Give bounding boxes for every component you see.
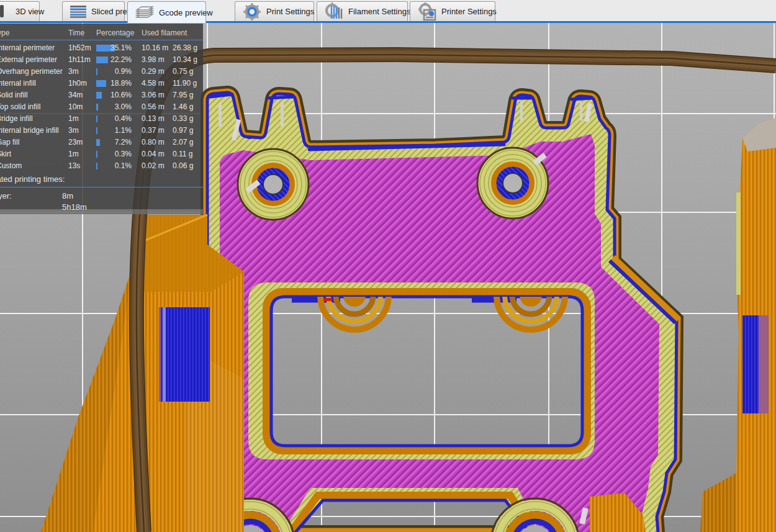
tab-3d-view[interactable]: 3D view (0, 1, 40, 21)
feature-percentage: 10.6% (107, 91, 132, 99)
legend-header-time: Time (68, 29, 84, 37)
filament-length: 4.58 m (142, 79, 165, 88)
feature-time: 3m (68, 126, 79, 135)
filament-weight: 0.75 g (173, 67, 193, 76)
tab-gcode-preview[interactable]: Gcode preview (127, 1, 206, 23)
filament-weight: 0.97 g (173, 126, 193, 135)
feature-percentage: 0.9% (107, 67, 132, 76)
filament-length: 3.98 m (142, 55, 165, 64)
total-time-value: 5h18m (62, 202, 87, 212)
percentage-bar (96, 163, 97, 169)
tab-sliced-preview[interactable]: Sliced preview (62, 1, 125, 21)
percentage-bar (96, 104, 98, 110)
feature-time: 10m (68, 102, 83, 111)
legend-row: Solid infill34m10.6%3.06 m7.95 g (0, 89, 203, 101)
filament-weight: 26.38 g (173, 43, 197, 52)
filament-weight: 0.11 g (173, 150, 192, 158)
filament-weight: 0.06 g (173, 161, 193, 170)
percentage-bar (96, 139, 100, 146)
feature-time: 1m (68, 150, 79, 158)
legend-row: Overhang perimeter3m0.9%0.29 m0.75 g (0, 66, 203, 78)
first-layer-value: 8m (62, 191, 73, 201)
feature-percentage: 1.1% (107, 126, 132, 135)
tab-label: Filament Settings (348, 7, 410, 16)
legend-row: Skirt1m0.3%0.04 m0.11 g (0, 148, 203, 160)
legend-header-used-filament: Used filament (142, 29, 187, 37)
feature-percentage: 7.2% (107, 138, 132, 147)
filament-gear-icon (325, 2, 343, 21)
feature-name: Gap fill (0, 138, 19, 147)
legend-rows: Internal perimeter1h52m35.1%10.16 m26.38… (0, 42, 203, 172)
feature-name: Bridge infill (0, 114, 33, 123)
feature-time: 13s (68, 161, 80, 170)
legend-header-feature: Feature type (0, 29, 9, 37)
feature-name: Internal perimeter (0, 43, 55, 52)
feature-time: 1m (68, 114, 79, 123)
printer-gear-icon (418, 2, 436, 21)
feature-time: 1h0m (68, 79, 87, 88)
legend-row: Custom13s0.1%0.02 m0.06 g (0, 160, 203, 172)
cube-icon (0, 5, 4, 17)
screw-hole-left (238, 149, 309, 220)
feature-time: 1h11m (68, 55, 91, 64)
filament-length: 0.02 m (142, 161, 165, 170)
filament-weight: 0.33 g (173, 114, 193, 123)
legend-row: Internal bridge infill3m1.1%0.37 m0.97 g (0, 125, 203, 137)
feature-percentage: 35.1% (107, 43, 132, 52)
filament-weight: 10.34 g (173, 55, 197, 64)
tab-label: Gcode preview (159, 8, 213, 17)
legend-row: Top solid infill10m3.0%0.56 m1.46 g (0, 101, 203, 113)
percentage-bar (96, 80, 106, 87)
feature-name: Custom (0, 161, 22, 170)
tab-label: Print Settings (266, 7, 314, 16)
tab-label: Printer Settings (441, 7, 497, 16)
percentage-bar (96, 127, 97, 134)
feature-name: Internal bridge infill (0, 126, 59, 135)
feature-percentage: 18.8% (107, 79, 132, 88)
filament-length: 0.80 m (142, 138, 165, 147)
feature-name: External perimeter (0, 55, 57, 64)
gcode-legend-panel: Feature type Time Percentage Used filame… (0, 24, 203, 214)
filament-weight: 11.90 g (173, 79, 197, 88)
legend-header-percentage: Percentage (96, 29, 134, 37)
feature-time: 1h52m (68, 43, 91, 52)
filament-length: 0.13 m (142, 114, 165, 123)
feature-time: 23m (68, 138, 83, 147)
filament-length: 3.06 m (142, 91, 165, 99)
gcode-layers-icon (135, 6, 154, 19)
legend-row: Gap fill23m7.2%0.80 m2.07 g (0, 137, 203, 148)
filament-weight: 7.95 g (173, 91, 193, 99)
tab-filament-settings[interactable]: Filament Settings (317, 1, 408, 21)
feature-name: Top solid infill (0, 102, 40, 111)
legend-header-separator (0, 40, 203, 40)
legend-row: Bridge infill1m0.4%0.13 m0.33 g (0, 113, 203, 125)
filament-length: 0.56 m (142, 102, 165, 111)
feature-percentage: 0.4% (107, 114, 132, 123)
tab-printer-settings[interactable]: Printer Settings (410, 1, 495, 21)
percentage-bar (96, 68, 97, 75)
feature-name: Overhang perimeter (0, 67, 63, 76)
filament-length: 0.04 m (142, 150, 165, 158)
filament-length: 10.16 m (142, 43, 168, 52)
tab-print-settings[interactable]: Print Settings (235, 1, 314, 21)
slicer-window: { "tabbar": { "accent_color": "#1a73d9",… (0, 0, 776, 532)
feature-percentage: 3.0% (107, 102, 132, 111)
feature-percentage: 0.3% (107, 150, 132, 158)
filament-length: 0.37 m (142, 126, 165, 135)
feature-name: Solid infill (0, 91, 28, 99)
filament-weight: 2.07 g (173, 138, 193, 147)
feature-name: Internal infill (0, 79, 36, 88)
feature-time: 34m (68, 91, 83, 99)
tab-bar: 3D view Sliced preview Gcode preview (0, 0, 776, 23)
legend-row: Internal infill1h0m18.8%4.58 m11.90 g (0, 78, 203, 89)
percentage-bar (96, 115, 97, 122)
gear-icon (243, 2, 261, 21)
scallop-red-mark (323, 298, 332, 301)
legend-row: Internal perimeter1h52m35.1%10.16 m26.38… (0, 42, 203, 54)
feature-percentage: 22.2% (107, 55, 132, 64)
percentage-bar (96, 151, 97, 158)
filament-weight: 1.46 g (173, 102, 193, 111)
estimated-times-title: Estimated printing times: (0, 174, 65, 184)
feature-name: Skirt (0, 150, 11, 158)
feature-time: 3m (68, 67, 79, 76)
